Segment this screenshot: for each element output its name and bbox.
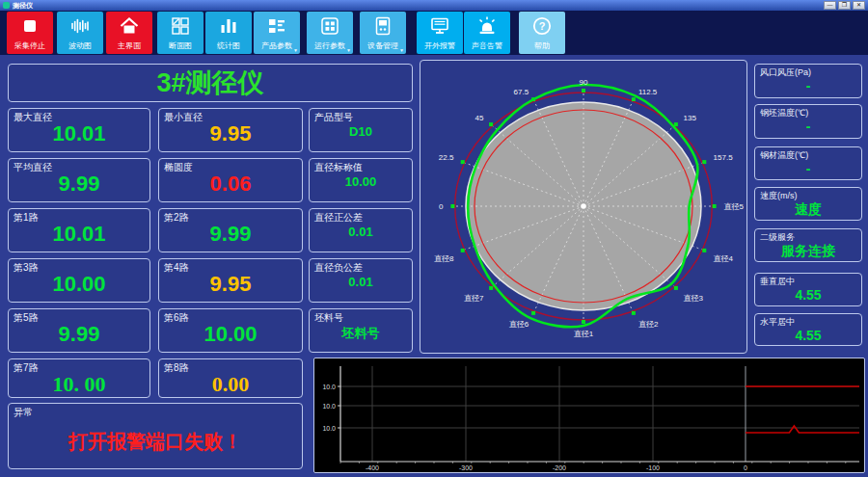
toolbar-button-label: 开外报警 bbox=[417, 41, 463, 51]
spoke-label: 157.5 bbox=[714, 153, 734, 162]
spoke-label: 直径3 bbox=[684, 294, 704, 303]
cell-value: 10. 00 bbox=[9, 372, 149, 397]
product-grid-icon bbox=[254, 12, 300, 41]
titlebar: 测径仪 — ❐ ✕ bbox=[0, 0, 868, 11]
gauge-title: 3#测径仪 bbox=[9, 65, 412, 101]
y-tick-label: 10.0 bbox=[322, 384, 336, 390]
spoke-label: 22.5 bbox=[439, 153, 454, 162]
trend-series-lower-limit-line bbox=[746, 426, 859, 433]
cell-channel-4: 第4路9.95 bbox=[158, 258, 303, 303]
spoke-label: 直径6 bbox=[509, 320, 529, 329]
toolbar-button-11[interactable]: ?帮助 bbox=[519, 12, 565, 54]
panel-billet-temperature: 钢坯温度(℃)- bbox=[754, 104, 862, 139]
cell-product-model: 产品型号D10 bbox=[309, 108, 413, 152]
cell-minus-tolerance: 直径负公差0.01 bbox=[309, 258, 413, 303]
abnormal-label: 异常 bbox=[14, 406, 33, 419]
panel-air-pressure: 风口风压(Pa)- bbox=[754, 64, 862, 98]
cell-ovality: 椭圆度0.06 bbox=[158, 158, 303, 202]
close-button[interactable]: ✕ bbox=[853, 1, 865, 10]
toolbar-button-label: 波动图 bbox=[57, 41, 103, 51]
spoke-marker bbox=[702, 160, 706, 164]
toolbar-button-2[interactable]: 波动图 bbox=[57, 12, 103, 54]
panel-value: 4.55 bbox=[755, 287, 861, 303]
cell-value: D10 bbox=[310, 124, 412, 139]
cell-value: 坯料号 bbox=[310, 325, 412, 342]
panel-steel-temperature: 钢材温度(℃)- bbox=[754, 146, 862, 180]
toolbar-button-5[interactable]: 统计图 bbox=[205, 12, 252, 54]
x-tick-label: 0 bbox=[744, 464, 747, 471]
x-tick-label: -200 bbox=[553, 464, 566, 471]
cell-channel-6: 第6路10.00 bbox=[158, 308, 303, 353]
spoke-label: 直径8 bbox=[434, 254, 454, 263]
panel-value: 速度 bbox=[755, 201, 861, 219]
run-grid-icon bbox=[307, 12, 353, 41]
toolbar-button-label: 帮助 bbox=[519, 41, 565, 51]
toolbar-button-1[interactable]: 采集停止 bbox=[7, 12, 53, 54]
cell-label: 坯料号 bbox=[314, 311, 343, 325]
spoke-marker bbox=[531, 311, 535, 315]
cell-channel-2: 第2路9.99 bbox=[158, 208, 303, 252]
spoke-label: 112.5 bbox=[638, 88, 658, 96]
spoke-label: 直径1 bbox=[574, 330, 594, 338]
spoke-label: 直径7 bbox=[464, 294, 484, 303]
cell-value: 10.00 bbox=[9, 272, 149, 297]
spoke-marker bbox=[531, 97, 535, 101]
cell-label: 直径标称值 bbox=[314, 161, 363, 174]
toolbar-button-label: 主界面 bbox=[106, 41, 152, 51]
polar-center-dot bbox=[581, 203, 586, 209]
spoke-label: 直径2 bbox=[638, 320, 659, 329]
cell-channel-3: 第3路10.00 bbox=[8, 258, 150, 303]
svg-text:?: ? bbox=[539, 20, 546, 32]
abnormal-panel: 异常打开报警端口失败！ bbox=[8, 403, 303, 469]
cell-channel-8: 第8路0.00 bbox=[158, 358, 303, 398]
stop-icon bbox=[7, 12, 53, 41]
cell-value: 0.06 bbox=[159, 172, 302, 197]
toolbar-button-9[interactable]: 开外报警 bbox=[417, 12, 463, 54]
minimize-button[interactable]: — bbox=[824, 1, 836, 10]
y-tick-label: 10.0 bbox=[322, 425, 336, 432]
cell-nominal-diameter: 直径标称值10.00 bbox=[309, 158, 413, 202]
cell-value: 0.00 bbox=[159, 372, 302, 397]
cell-label: 产品型号 bbox=[314, 111, 353, 124]
cell-channel-5: 第5路9.99 bbox=[8, 308, 150, 353]
toolbar-button-label: 声音告警 bbox=[464, 41, 510, 51]
cell-value: 9.95 bbox=[159, 121, 302, 146]
cell-billet-no: 坯料号坯料号 bbox=[309, 308, 413, 353]
gauge-title-panel: 3#测径仪 bbox=[8, 64, 413, 102]
toolbar-button-3[interactable]: 主界面 bbox=[106, 12, 152, 54]
toolbar-button-10[interactable]: 声音告警 bbox=[464, 12, 510, 54]
spoke-marker bbox=[582, 89, 585, 93]
app-icon bbox=[3, 2, 10, 9]
cell-max-diameter: 最大直径10.01 bbox=[8, 108, 150, 152]
question-icon: ? bbox=[519, 12, 565, 41]
panel-level2-service: 二级服务服务连接 bbox=[754, 228, 862, 262]
spoke-marker bbox=[632, 97, 636, 101]
dropdown-caret-icon: ▼ bbox=[293, 47, 298, 53]
spoke-label: 0 bbox=[439, 202, 444, 211]
panel-vertical-center: 垂直居中4.55 bbox=[754, 273, 862, 306]
maximize-button[interactable]: ❐ bbox=[838, 1, 851, 10]
spoke-label: 直径5 bbox=[724, 202, 745, 211]
panel-value: - bbox=[755, 119, 861, 134]
monitor-icon bbox=[417, 12, 463, 41]
window-controls: — ❐ ✕ bbox=[824, 1, 865, 10]
spoke-label: 直径4 bbox=[714, 254, 734, 263]
spoke-label: 45 bbox=[475, 114, 484, 122]
y-tick-label: 10.0 bbox=[322, 403, 336, 410]
cell-channel-1: 第1路10.01 bbox=[8, 208, 150, 252]
device-icon bbox=[360, 12, 406, 41]
cell-value: 10.01 bbox=[9, 121, 149, 146]
cell-min-diameter: 最小直径9.95 bbox=[158, 108, 303, 152]
toolbar-button-8[interactable]: 设备管理▼ bbox=[360, 12, 406, 54]
x-tick-label: -300 bbox=[459, 464, 473, 471]
panel-value: 4.55 bbox=[755, 328, 861, 343]
trend-chart: 10.010.010.0-400-300-200-1000 bbox=[314, 358, 864, 472]
home-icon bbox=[106, 12, 152, 41]
toolbar-button-6[interactable]: 产品参数▼ bbox=[254, 12, 300, 54]
cell-channel-7: 第7路10. 00 bbox=[8, 358, 150, 398]
spoke-label: 135 bbox=[684, 114, 697, 122]
toolbar-button-label: 统计图 bbox=[205, 41, 252, 51]
trend-panel: 10.010.010.0-400-300-200-1000 bbox=[313, 358, 865, 473]
toolbar-button-7[interactable]: 运行参数▼ bbox=[307, 12, 353, 54]
toolbar-button-4[interactable]: 断面图 bbox=[157, 12, 203, 54]
